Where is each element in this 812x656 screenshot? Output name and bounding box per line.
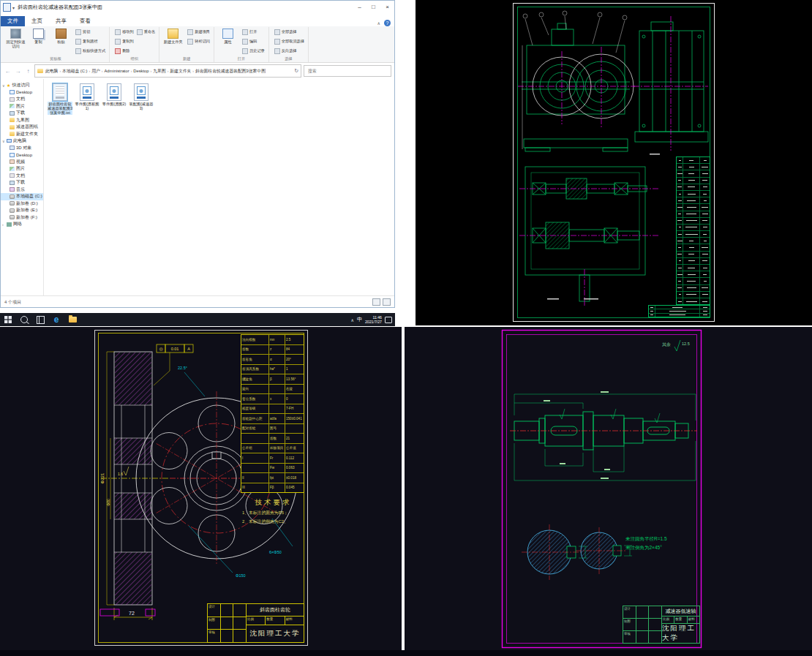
- parts-list-cell: [700, 285, 710, 291]
- date: 2021/7/27: [365, 320, 382, 324]
- ribbon-button-label: 打开: [249, 29, 257, 34]
- ribbon-button[interactable]: 全部取消选择: [273, 37, 306, 46]
- ribbon-button[interactable]: 打开: [241, 27, 266, 37]
- ribbon-button[interactable]: 轻松访问: [186, 37, 211, 46]
- ribbon-button[interactable]: 属性: [217, 27, 239, 56]
- search-button[interactable]: [16, 313, 32, 326]
- ribbon-button[interactable]: 固定到快速访问: [4, 27, 27, 56]
- ribbon-button[interactable]: 全部选择: [273, 27, 306, 37]
- ime-indicator[interactable]: 中: [357, 316, 362, 323]
- quick-access-toolbar-icon[interactable]: ▾: [12, 5, 15, 10]
- parts-list-cell: [683, 231, 700, 237]
- minimize-button[interactable]: –: [353, 1, 366, 14]
- breadcrumb-item[interactable]: 斜齿圆柱齿轮减速器装配图3张案中图: [195, 68, 266, 75]
- sidebar-item[interactable]: 新加卷 (E:): [1, 207, 43, 214]
- sidebar-item[interactable]: 文档: [1, 173, 43, 180]
- ribbon-button[interactable]: 历史记录: [241, 46, 266, 56]
- breadcrumb-item[interactable]: 本地磁盘 (C:): [62, 68, 87, 75]
- ribbon-button[interactable]: 粘贴快捷方式: [74, 46, 107, 56]
- ribbon-button[interactable]: 移动到: [113, 27, 135, 37]
- selectnone-icon: [274, 39, 280, 45]
- sidebar-section-header[interactable]: ∨★快速访问: [1, 82, 43, 89]
- sidebar-item[interactable]: 新加卷 (D:): [1, 200, 43, 208]
- ribbon-tab[interactable]: 查看: [73, 16, 97, 26]
- start-button[interactable]: [0, 313, 16, 326]
- sidebar-item[interactable]: 新建文件夹: [1, 131, 43, 138]
- tray-chevron-icon[interactable]: ∧: [351, 317, 354, 323]
- sidebar-item[interactable]: 音乐: [1, 186, 43, 194]
- breadcrumb[interactable]: 此电脑›本地磁盘 (C:)›用户›Administrator›Desktop›九…: [34, 64, 301, 78]
- sidebar-item[interactable]: 图片: [1, 165, 43, 173]
- breadcrumb-item[interactable]: Administrator: [104, 69, 129, 73]
- gear-table-cell: ±0.018: [285, 473, 304, 483]
- details-view-icon[interactable]: [372, 298, 380, 306]
- ribbon-button[interactable]: 新建项目: [186, 27, 211, 37]
- ribbon-tab[interactable]: 主页: [25, 16, 49, 26]
- search-box[interactable]: [304, 65, 391, 77]
- back-icon[interactable]: ←: [4, 68, 12, 75]
- ribbon-button[interactable]: 反向选择: [273, 46, 306, 56]
- sidebar-item[interactable]: Desktop: [1, 89, 43, 97]
- forward-icon[interactable]: →: [14, 68, 22, 75]
- file-item[interactable]: 装配图(减速器3): [129, 83, 154, 115]
- ribbon-tab[interactable]: 文件: [1, 16, 25, 26]
- ribbon-button[interactable]: 粘贴: [50, 27, 72, 56]
- edge-button[interactable]: e: [48, 313, 64, 326]
- parts-list-row: [677, 258, 710, 265]
- thumbnail-view-icon[interactable]: [383, 298, 391, 306]
- ribbon-button[interactable]: 编辑: [241, 37, 266, 46]
- clock[interactable]: 11:46 2021/7/27: [365, 315, 382, 324]
- ribbon-button[interactable]: 复制到: [113, 37, 135, 46]
- search-input[interactable]: [307, 68, 388, 74]
- title-block-cell: [655, 309, 700, 312]
- ribbon-button[interactable]: 剪切: [74, 27, 107, 37]
- sidebar-item[interactable]: 图片: [1, 103, 43, 110]
- title-block-cell: [221, 617, 234, 630]
- gear-table-cell: [241, 434, 269, 443]
- breadcrumb-item[interactable]: 九果图: [153, 68, 165, 75]
- sidebar-item[interactable]: 视频: [1, 159, 43, 166]
- ribbon-button[interactable]: 复制路径: [74, 37, 107, 46]
- ribbon-tab[interactable]: 共享: [49, 16, 73, 26]
- pin-icon: [10, 29, 21, 39]
- file-item[interactable]: 零件图(原桩图1): [75, 83, 99, 115]
- file-item[interactable]: 零件图(原图2): [102, 83, 127, 115]
- sidebar-item[interactable]: 文档: [1, 96, 43, 103]
- parts-list-cell: [683, 204, 700, 210]
- sidebar-item[interactable]: 本地磁盘 (C:): [1, 193, 43, 200]
- action-center-icon[interactable]: [385, 317, 392, 323]
- help-icon[interactable]: ?: [384, 20, 391, 26]
- explorer-button[interactable]: [64, 313, 80, 326]
- refresh-icon[interactable]: ↻: [294, 68, 298, 74]
- parts-list-cell: [700, 211, 710, 217]
- breadcrumb-item[interactable]: Desktop: [133, 69, 149, 73]
- ribbon-button-label: 新建文件夹: [164, 39, 183, 44]
- text-smudge: [689, 160, 693, 161]
- ribbon-button[interactable]: 复制: [27, 27, 50, 56]
- ribbon-button[interactable]: 删除: [113, 46, 135, 56]
- sidebar-item[interactable]: Desktop: [1, 151, 43, 159]
- sidebar-item[interactable]: 九果图: [1, 117, 43, 124]
- sidebar-item[interactable]: 新加卷 (F:): [1, 214, 43, 222]
- sidebar-item[interactable]: 下载: [1, 110, 43, 117]
- task-view-button[interactable]: [32, 313, 48, 326]
- ribbon-collapse-icon[interactable]: ∧: [377, 20, 380, 26]
- breadcrumb-item[interactable]: 此电脑: [45, 68, 58, 75]
- up-icon[interactable]: ↑: [24, 68, 32, 75]
- breadcrumb-item[interactable]: 用户: [91, 68, 100, 75]
- parts-list-cell: [683, 285, 700, 291]
- text-smudge: [703, 227, 707, 227]
- ribbon-button[interactable]: 重命名: [135, 27, 157, 37]
- sidebar-section-header[interactable]: ›网络: [1, 221, 43, 228]
- close-button[interactable]: ×: [380, 1, 394, 14]
- sidebar-item[interactable]: 3D 对象: [1, 145, 43, 152]
- ribbon-button[interactable]: 新建文件夹: [162, 27, 184, 56]
- file-item[interactable]: 斜齿圆柱齿轮减速器装配图3张案中图.txt: [48, 83, 72, 115]
- sidebar-item-label: 音乐: [16, 186, 25, 193]
- ribbon-group-body: 固定到快速访问复制粘贴剪切复制路径粘贴快捷方式: [4, 27, 107, 56]
- sidebar-section-header[interactable]: ∨此电脑: [1, 137, 43, 145]
- breadcrumb-item[interactable]: 新建文件夹: [170, 68, 191, 75]
- maximize-button[interactable]: □: [366, 1, 380, 14]
- sidebar-item[interactable]: 下载: [1, 179, 43, 186]
- sidebar-item[interactable]: 减速器图纸: [1, 124, 43, 131]
